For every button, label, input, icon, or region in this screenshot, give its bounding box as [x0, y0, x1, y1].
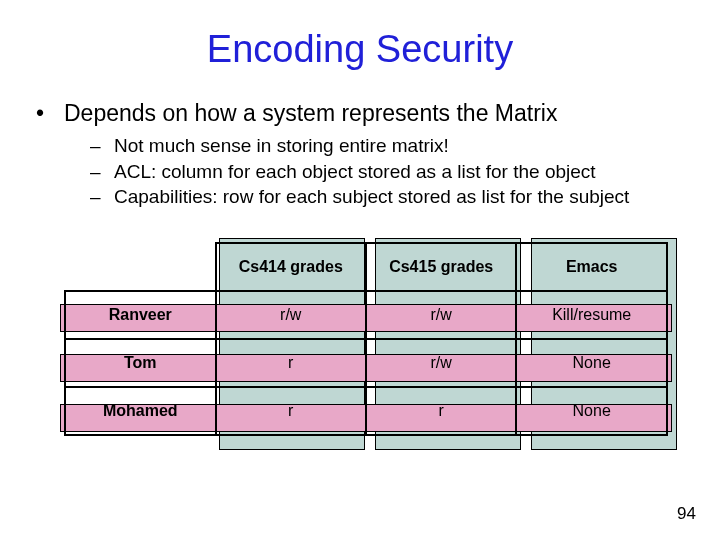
cell: r [366, 387, 516, 435]
table-row: Ranveer r/w r/w Kill/resume [65, 291, 667, 339]
col-header: Emacs [516, 243, 667, 291]
access-matrix-table: Cs414 grades Cs415 grades Emacs Ranveer … [64, 242, 668, 436]
slide-body: • Depends on how a system represents the… [0, 99, 720, 210]
cell: r [216, 387, 366, 435]
sub-bullet-text: Not much sense in storing entire matrix! [114, 133, 449, 159]
cell: None [516, 339, 667, 387]
cell: r/w [216, 291, 366, 339]
sub-bullet: – Capabilities: row for each subject sto… [90, 184, 690, 210]
table-row: Tom r r/w None [65, 339, 667, 387]
access-matrix-area: Cs414 grades Cs415 grades Emacs Ranveer … [60, 238, 684, 458]
table-corner-cell [65, 243, 216, 291]
table-header-row: Cs414 grades Cs415 grades Emacs [65, 243, 667, 291]
cell: None [516, 387, 667, 435]
sub-bullet: – ACL: column for each object stored as … [90, 159, 690, 185]
row-header: Ranveer [65, 291, 216, 339]
bullet-dot-icon: • [36, 99, 64, 129]
cell: r [216, 339, 366, 387]
dash-icon: – [90, 159, 114, 185]
col-header: Cs415 grades [366, 243, 516, 291]
cell: r/w [366, 339, 516, 387]
sub-bullet-list: – Not much sense in storing entire matri… [36, 133, 690, 210]
col-header: Cs414 grades [216, 243, 366, 291]
cell: Kill/resume [516, 291, 667, 339]
slide-title: Encoding Security [0, 0, 720, 99]
cell: r/w [366, 291, 516, 339]
bullet-level1: • Depends on how a system represents the… [36, 99, 690, 129]
page-number: 94 [677, 504, 696, 524]
bullet-text: Depends on how a system represents the M… [64, 99, 557, 129]
dash-icon: – [90, 133, 114, 159]
row-header: Tom [65, 339, 216, 387]
dash-icon: – [90, 184, 114, 210]
sub-bullet-text: Capabilities: row for each subject store… [114, 184, 629, 210]
sub-bullet: – Not much sense in storing entire matri… [90, 133, 690, 159]
table-row: Mohamed r r None [65, 387, 667, 435]
sub-bullet-text: ACL: column for each object stored as a … [114, 159, 596, 185]
row-header: Mohamed [65, 387, 216, 435]
